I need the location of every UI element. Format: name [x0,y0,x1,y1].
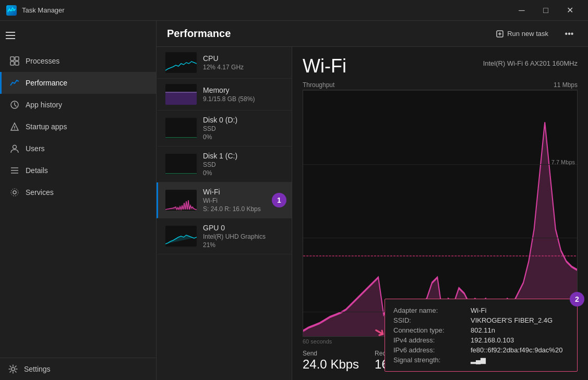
resource-item-gpu0[interactable]: GPU 0 Intel(R) UHD Graphics 21% [157,218,292,254]
info-panel: Adapter name:Wi-FiSSID:VIKROGER'S FIBER_… [385,299,578,372]
svg-rect-26 [165,154,197,175]
disk1-info: Disk 1 (C:) SSD 0% [203,152,284,177]
resource-item-wifi[interactable]: Wi-Fi Wi-Fi S: 24.0 R: 16.0 Kbps 1 [157,182,292,218]
settings-icon [8,364,18,374]
disk0-name: Disk 0 (D:) [203,116,284,124]
info-value: 802.11n [471,326,495,334]
info-value: fe80::6f92:2dba:f49c:9dac%20 [471,346,562,354]
svg-point-12 [13,145,17,149]
header-actions: Run new task ••• [488,26,578,42]
content-header: Performance Run new task ••• [157,21,588,47]
memory-thumbnail [165,84,197,105]
sidebar-item-services[interactable]: Services [0,181,156,203]
page-title: Performance [167,28,488,40]
wifi-thumbnail [165,190,197,211]
info-value: VIKROGER'S FIBER_2.4G [471,316,553,324]
hamburger-menu-button[interactable] [0,23,21,48]
maximize-button[interactable]: □ [534,0,558,21]
svg-rect-6 [10,62,14,65]
wifi-name: Wi-Fi [203,188,284,196]
gpu0-info: GPU 0 Intel(R) UHD Graphics 21% [203,224,284,249]
sidebar-label-performance: Performance [26,79,67,87]
mid-chart-label: 7.7 Mbps [551,159,575,165]
app-body: Processes Performance App history [0,21,588,380]
sidebar-label-app-history: App history [26,101,62,109]
more-options-button[interactable]: ••• [561,26,578,42]
max-label: 11 Mbps [554,81,578,89]
minimize-button[interactable]: ─ [510,0,534,21]
info-value: ▂▄▆ [471,356,486,364]
startup-icon [10,122,19,131]
performance-icon [10,78,19,88]
sidebar-item-performance[interactable]: Performance [0,72,156,94]
disk1-name: Disk 1 (C:) [203,152,284,160]
resource-list: CPU 12% 4.17 GHz Memory 9.1/15.8 GB [157,47,292,380]
main-content: Performance Run new task ••• [157,21,588,380]
titlebar: Task Manager ─ □ ✕ [0,0,588,21]
run-task-icon [496,30,504,38]
detail-header: Wi-Fi Intel(R) Wi-Fi 6 AX201 160MHz [303,55,578,77]
gpu0-sub: Intel(R) UHD Graphics [203,233,284,240]
sidebar-item-users[interactable]: Users [0,138,156,160]
sidebar-label-users: Users [26,144,45,153]
memory-name: Memory [203,86,284,94]
sidebar-item-startup-apps[interactable]: Startup apps [0,116,156,138]
content-body: CPU 12% 4.17 GHz Memory 9.1/15.8 GB [157,47,588,380]
run-task-label: Run new task [507,30,548,38]
detail-device: Intel(R) Wi-Fi 6 AX201 160MHz [483,55,578,67]
sidebar-label-services: Services [26,188,54,197]
disk0-sub3: 0% [203,133,284,141]
chart-labels: Throughput 11 Mbps [303,81,578,89]
send-label: Send [303,350,359,357]
info-value: 192.168.0.103 [471,336,514,344]
info-key: Signal strength: [393,356,466,364]
gpu0-sub2: 21% [203,241,284,249]
processes-icon [10,56,19,66]
sidebar-label-startup-apps: Startup apps [26,122,67,131]
info-row: Signal strength:▂▄▆ [393,355,569,365]
detail-name: Wi-Fi [303,55,346,77]
resource-item-disk0[interactable]: Disk 0 (D:) SSD 0% [157,111,292,146]
info-row: SSID:VIKROGER'S FIBER_2.4G [393,315,569,325]
send-value: 24.0 Kbps [303,357,359,372]
window-controls: ─ □ ✕ [510,0,582,21]
wifi-badge: 1 [272,193,286,207]
disk0-sub2: SSD [203,125,284,132]
svg-point-11 [14,129,15,130]
svg-rect-4 [10,57,14,60]
app-history-icon [10,100,19,109]
sidebar-label-details: Details [26,166,48,175]
cpu-name: CPU [203,54,284,63]
sidebar-item-processes[interactable]: Processes [0,50,156,72]
detail-panel: Wi-Fi Intel(R) Wi-Fi 6 AX201 160MHz Thro… [292,47,588,380]
info-row: Adapter name:Wi-Fi [393,305,569,315]
disk1-thumbnail [165,154,197,175]
disk0-info: Disk 0 (D:) SSD 0% [203,116,284,141]
sidebar: Processes Performance App history [0,21,157,380]
svg-rect-22 [165,92,197,105]
bottom-stats: Send 24.0 Kbps Receive 16.0 Kbps ➜ Adapt… [303,350,578,372]
more-options-dots: ••• [565,29,574,39]
info-key: IPv4 address: [393,336,466,344]
svg-point-18 [11,367,15,371]
info-key: Adapter name: [393,307,466,314]
gpu0-thumbnail [165,226,197,247]
sidebar-item-settings[interactable]: Settings [0,358,156,380]
resource-item-cpu[interactable]: CPU 12% 4.17 GHz [157,47,292,79]
run-new-task-button[interactable]: Run new task [488,27,556,41]
sidebar-item-details[interactable]: Details [0,160,156,181]
info-row: IPv6 address:fe80::6f92:2dba:f49c:9dac%2… [393,345,569,355]
sidebar-label-processes: Processes [26,57,59,65]
cpu-sub: 12% 4.17 GHz [203,64,284,71]
info-row: IPv4 address:192.168.0.103 [393,335,569,345]
resource-item-disk1[interactable]: Disk 1 (C:) SSD 0% [157,146,292,182]
window-title: Task Manager [22,6,510,14]
svg-rect-7 [15,62,19,65]
memory-info: Memory 9.1/15.8 GB (58%) [203,86,284,103]
sidebar-item-app-history[interactable]: App history [0,94,156,116]
close-button[interactable]: ✕ [558,0,582,21]
info-value: Wi-Fi [471,307,486,314]
info-rows: Adapter name:Wi-FiSSID:VIKROGER'S FIBER_… [393,305,569,365]
info-row: Connection type:802.11n [393,325,569,335]
resource-item-memory[interactable]: Memory 9.1/15.8 GB (58%) [157,79,292,111]
